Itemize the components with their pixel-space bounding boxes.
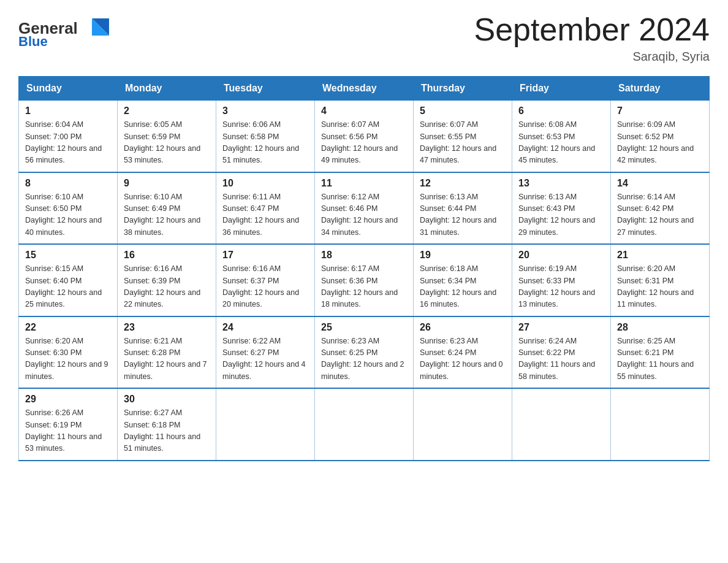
- day-info: Sunrise: 6:24 AMSunset: 6:22 PMDaylight:…: [518, 335, 604, 383]
- day-info: Sunrise: 6:20 AMSunset: 6:30 PMDaylight:…: [25, 335, 111, 383]
- table-row: 22 Sunrise: 6:20 AMSunset: 6:30 PMDaylig…: [19, 316, 118, 389]
- table-row: 4 Sunrise: 6:07 AMSunset: 6:56 PMDayligh…: [315, 101, 414, 172]
- day-number: 25: [321, 322, 407, 333]
- day-info: Sunrise: 6:19 AMSunset: 6:33 PMDaylight:…: [518, 263, 604, 311]
- day-info: Sunrise: 6:17 AMSunset: 6:36 PMDaylight:…: [321, 263, 407, 311]
- logo-text: General Blue: [18, 12, 116, 52]
- day-number: 3: [222, 105, 308, 117]
- day-info: Sunrise: 6:10 AMSunset: 6:49 PMDaylight:…: [124, 191, 210, 239]
- calendar-week-row: 1 Sunrise: 6:04 AMSunset: 7:00 PMDayligh…: [19, 101, 710, 172]
- table-row: 16 Sunrise: 6:16 AMSunset: 6:39 PMDaylig…: [118, 244, 216, 316]
- table-row: 21 Sunrise: 6:20 AMSunset: 6:31 PMDaylig…: [611, 244, 710, 316]
- day-number: 23: [124, 322, 210, 333]
- day-number: 5: [420, 105, 506, 117]
- day-info: Sunrise: 6:13 AMSunset: 6:43 PMDaylight:…: [518, 191, 604, 239]
- table-row: 9 Sunrise: 6:10 AMSunset: 6:49 PMDayligh…: [118, 172, 216, 245]
- table-row: 11 Sunrise: 6:12 AMSunset: 6:46 PMDaylig…: [315, 172, 414, 245]
- table-row: 19 Sunrise: 6:18 AMSunset: 6:34 PMDaylig…: [414, 244, 512, 316]
- table-row: 20 Sunrise: 6:19 AMSunset: 6:33 PMDaylig…: [512, 244, 611, 316]
- day-number: 8: [25, 178, 111, 189]
- month-title: September 2024: [474, 12, 710, 47]
- day-number: 14: [617, 178, 703, 189]
- table-row: 23 Sunrise: 6:21 AMSunset: 6:28 PMDaylig…: [118, 316, 216, 389]
- table-row: 10 Sunrise: 6:11 AMSunset: 6:47 PMDaylig…: [216, 172, 315, 245]
- calendar-week-row: 8 Sunrise: 6:10 AMSunset: 6:50 PMDayligh…: [19, 172, 710, 245]
- table-row: [512, 388, 611, 461]
- day-info: Sunrise: 6:13 AMSunset: 6:44 PMDaylight:…: [420, 191, 506, 239]
- day-number: 13: [518, 178, 604, 189]
- col-sunday: Sunday: [19, 77, 118, 101]
- table-row: 28 Sunrise: 6:25 AMSunset: 6:21 PMDaylig…: [611, 316, 710, 389]
- day-number: 29: [25, 394, 111, 405]
- day-number: 24: [222, 322, 308, 333]
- table-row: 12 Sunrise: 6:13 AMSunset: 6:44 PMDaylig…: [414, 172, 512, 245]
- table-row: [315, 388, 414, 461]
- day-info: Sunrise: 6:07 AMSunset: 6:56 PMDaylight:…: [321, 119, 407, 167]
- day-info: Sunrise: 6:07 AMSunset: 6:55 PMDaylight:…: [420, 119, 506, 167]
- day-number: 30: [124, 394, 210, 405]
- day-info: Sunrise: 6:16 AMSunset: 6:37 PMDaylight:…: [222, 263, 308, 311]
- table-row: 7 Sunrise: 6:09 AMSunset: 6:52 PMDayligh…: [611, 101, 710, 172]
- day-number: 20: [518, 250, 604, 261]
- day-info: Sunrise: 6:26 AMSunset: 6:19 PMDaylight:…: [25, 407, 111, 455]
- day-number: 26: [420, 322, 506, 333]
- day-number: 9: [124, 178, 210, 189]
- day-info: Sunrise: 6:21 AMSunset: 6:28 PMDaylight:…: [124, 335, 210, 383]
- day-info: Sunrise: 6:06 AMSunset: 6:58 PMDaylight:…: [222, 119, 308, 167]
- table-row: 15 Sunrise: 6:15 AMSunset: 6:40 PMDaylig…: [19, 244, 118, 316]
- col-friday: Friday: [512, 77, 611, 101]
- svg-text:Blue: Blue: [18, 34, 48, 49]
- day-number: 6: [518, 105, 604, 117]
- table-row: 26 Sunrise: 6:23 AMSunset: 6:24 PMDaylig…: [414, 316, 512, 389]
- table-row: 25 Sunrise: 6:23 AMSunset: 6:25 PMDaylig…: [315, 316, 414, 389]
- day-number: 18: [321, 250, 407, 261]
- day-number: 21: [617, 250, 703, 261]
- table-row: 29 Sunrise: 6:26 AMSunset: 6:19 PMDaylig…: [19, 388, 118, 461]
- day-number: 15: [25, 250, 111, 261]
- day-info: Sunrise: 6:12 AMSunset: 6:46 PMDaylight:…: [321, 191, 407, 239]
- day-info: Sunrise: 6:18 AMSunset: 6:34 PMDaylight:…: [420, 263, 506, 311]
- day-number: 16: [124, 250, 210, 261]
- day-info: Sunrise: 6:14 AMSunset: 6:42 PMDaylight:…: [617, 191, 703, 239]
- col-tuesday: Tuesday: [216, 77, 315, 101]
- col-saturday: Saturday: [611, 77, 710, 101]
- day-number: 11: [321, 178, 407, 189]
- day-info: Sunrise: 6:15 AMSunset: 6:40 PMDaylight:…: [25, 263, 111, 311]
- day-number: 28: [617, 322, 703, 333]
- table-row: 3 Sunrise: 6:06 AMSunset: 6:58 PMDayligh…: [216, 101, 315, 172]
- day-info: Sunrise: 6:09 AMSunset: 6:52 PMDaylight:…: [617, 119, 703, 167]
- table-row: [216, 388, 315, 461]
- table-row: 17 Sunrise: 6:16 AMSunset: 6:37 PMDaylig…: [216, 244, 315, 316]
- day-number: 22: [25, 322, 111, 333]
- location: Saraqib, Syria: [474, 50, 710, 64]
- col-thursday: Thursday: [414, 77, 512, 101]
- day-info: Sunrise: 6:23 AMSunset: 6:25 PMDaylight:…: [321, 335, 407, 383]
- day-info: Sunrise: 6:11 AMSunset: 6:47 PMDaylight:…: [222, 191, 308, 239]
- logo: General Blue: [18, 12, 116, 52]
- table-row: [414, 388, 512, 461]
- day-number: 19: [420, 250, 506, 261]
- calendar-table: Sunday Monday Tuesday Wednesday Thursday…: [18, 76, 710, 461]
- day-number: 4: [321, 105, 407, 117]
- table-row: 30 Sunrise: 6:27 AMSunset: 6:18 PMDaylig…: [118, 388, 216, 461]
- table-row: [611, 388, 710, 461]
- day-number: 7: [617, 105, 703, 117]
- day-info: Sunrise: 6:27 AMSunset: 6:18 PMDaylight:…: [124, 407, 210, 455]
- table-row: 13 Sunrise: 6:13 AMSunset: 6:43 PMDaylig…: [512, 172, 611, 245]
- day-info: Sunrise: 6:22 AMSunset: 6:27 PMDaylight:…: [222, 335, 308, 383]
- table-row: 8 Sunrise: 6:10 AMSunset: 6:50 PMDayligh…: [19, 172, 118, 245]
- table-row: 24 Sunrise: 6:22 AMSunset: 6:27 PMDaylig…: [216, 316, 315, 389]
- day-info: Sunrise: 6:08 AMSunset: 6:53 PMDaylight:…: [518, 119, 604, 167]
- day-number: 1: [25, 105, 111, 117]
- table-row: 6 Sunrise: 6:08 AMSunset: 6:53 PMDayligh…: [512, 101, 611, 172]
- calendar-week-row: 22 Sunrise: 6:20 AMSunset: 6:30 PMDaylig…: [19, 316, 710, 389]
- day-info: Sunrise: 6:04 AMSunset: 7:00 PMDaylight:…: [25, 119, 111, 167]
- day-info: Sunrise: 6:23 AMSunset: 6:24 PMDaylight:…: [420, 335, 506, 383]
- col-monday: Monday: [118, 77, 216, 101]
- page-header: General Blue September 2024 Saraqib, Syr…: [18, 12, 710, 64]
- table-row: 1 Sunrise: 6:04 AMSunset: 7:00 PMDayligh…: [19, 101, 118, 172]
- table-row: 27 Sunrise: 6:24 AMSunset: 6:22 PMDaylig…: [512, 316, 611, 389]
- calendar-header-row: Sunday Monday Tuesday Wednesday Thursday…: [19, 77, 710, 101]
- day-number: 12: [420, 178, 506, 189]
- day-info: Sunrise: 6:25 AMSunset: 6:21 PMDaylight:…: [617, 335, 703, 383]
